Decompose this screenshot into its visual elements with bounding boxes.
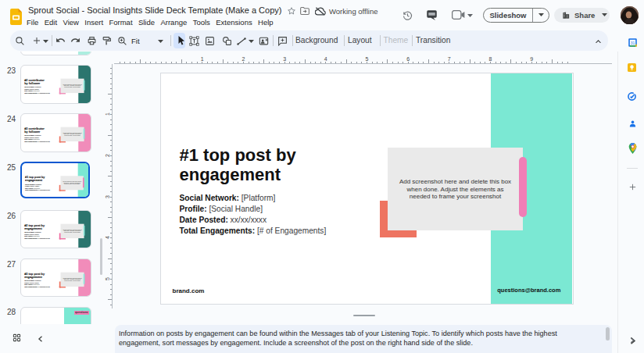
svg-text:31: 31 bbox=[631, 41, 635, 45]
